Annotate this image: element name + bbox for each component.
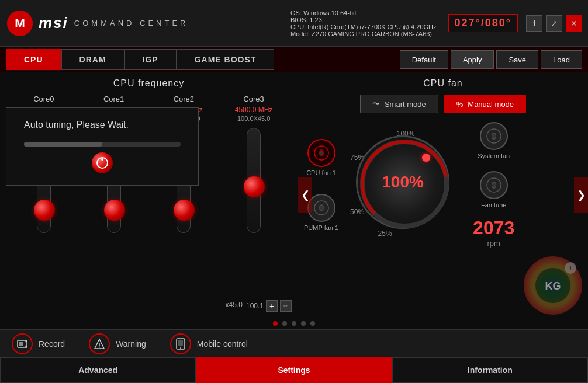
core3-thumb[interactable] — [244, 176, 265, 197]
record-label: Record — [39, 339, 65, 349]
footer-tabs: Advanced Settings Information — [0, 357, 588, 383]
info-button[interactable]: ℹ — [526, 15, 542, 32]
dial-position-dot — [422, 154, 430, 162]
cpu-freq-panel: CPU frequency Core0 4500.0 MHz 100.0X45.… — [0, 72, 298, 318]
fan-main-area: CPU fan 1 PUMP fan 1 100% — [304, 122, 582, 248]
core1-thumb[interactable] — [104, 200, 125, 221]
progress-fill — [24, 142, 102, 147]
core2-label: Core2 — [174, 95, 194, 103]
smart-mode-button[interactable]: 〜 Smart mode — [360, 95, 438, 113]
core2-thumb[interactable] — [174, 200, 195, 221]
dot-5[interactable] — [310, 321, 315, 326]
fan-right-area: System fan Fan tune 2073 rpm — [473, 122, 514, 248]
svg-point-5 — [320, 151, 323, 155]
core3-label: Core3 — [243, 95, 264, 103]
core3-ratio: 100.0X45.0 — [237, 115, 270, 122]
dot-1[interactable] — [273, 321, 278, 326]
core1-label: Core1 — [103, 95, 124, 103]
cpu-fan1-icon[interactable] — [307, 139, 335, 167]
sysinfo-bios: BIOS: 1.23 — [290, 16, 437, 23]
mobile-control-icon — [170, 333, 191, 354]
svg-point-13 — [492, 183, 496, 187]
cpu-fan1-label: CPU fan 1 — [306, 169, 336, 176]
close-button[interactable]: ✕ — [566, 15, 582, 32]
fan-arc-svg — [358, 137, 451, 231]
footer-tab-settings[interactable]: Settings — [196, 357, 392, 383]
nav-right-arrow[interactable]: ❯ — [574, 177, 588, 213]
freq-edit-icon[interactable]: ✏ — [280, 300, 292, 312]
record-item[interactable]: Record — [0, 330, 77, 357]
ratio-label: x45.0 — [226, 301, 243, 309]
page-dots — [0, 318, 588, 329]
core0-thumb[interactable] — [34, 200, 55, 221]
sysinfo-model: Model: Z270 GAMING PRO CARBON (MS-7A63) — [290, 30, 437, 37]
tab-game-boost[interactable]: GAME BOOST — [177, 49, 275, 70]
core3-freq: 4500.0 MHz — [235, 106, 273, 114]
brand-subtitle: COMMAND CENTER — [74, 19, 189, 27]
tab-dram[interactable]: DRAM — [61, 49, 124, 70]
rpm-display: 2073 — [473, 217, 514, 239]
svg-text:KG: KG — [545, 280, 561, 292]
nav-left-arrow[interactable]: ❮ — [298, 177, 312, 213]
msi-dragon-icon: M — [6, 9, 34, 37]
svg-point-9 — [358, 137, 451, 231]
fan-dial[interactable]: 100% — [356, 135, 449, 229]
expand-button[interactable]: ⤢ — [546, 15, 562, 32]
fan-mode-row: 〜 Smart mode % Manual mode — [304, 95, 582, 113]
svg-point-7 — [320, 206, 323, 210]
dot-2[interactable] — [282, 321, 287, 326]
temp-display: 027°/080° — [448, 14, 518, 32]
pump-fan1-label: PUMP fan 1 — [304, 224, 338, 231]
svg-text:M: M — [15, 16, 25, 29]
bottom-bar: Record Warning Mobile control — [0, 329, 588, 357]
svg-text:ℹ: ℹ — [569, 265, 572, 271]
header: M msi COMMAND CENTER OS: Windows 10 64-b… — [0, 0, 588, 47]
svg-point-25 — [99, 346, 100, 347]
freq-add-button[interactable]: + — [266, 300, 278, 312]
core3-column: Core3 4500.0 MHz 100.0X45.0 — [230, 95, 277, 233]
ratio-value: 100.1 — [246, 302, 264, 310]
watermark: KG ℹ — [518, 253, 588, 318]
save-button[interactable]: Save — [496, 50, 538, 69]
system-fan-label: System fan — [478, 152, 510, 159]
main-tab-bar: CPU DRAM IGP GAME BOOST Default Apply Sa… — [0, 47, 588, 72]
brand-text: msi — [39, 14, 68, 32]
sysinfo-os: OS: Windows 10 64-bit — [290, 9, 437, 16]
svg-point-3 — [101, 158, 103, 161]
fan-tune-icon[interactable] — [480, 171, 508, 199]
apply-button[interactable]: Apply — [451, 50, 494, 69]
auto-tune-overlay: Auto tuning, Please Wait. — [6, 107, 199, 186]
footer-tab-information[interactable]: Information — [392, 357, 588, 383]
warning-icon — [89, 333, 110, 354]
default-button[interactable]: Default — [400, 50, 448, 69]
tab-cpu[interactable]: CPU — [6, 49, 61, 70]
manual-mode-button[interactable]: % Manual mode — [444, 95, 526, 113]
svg-point-11 — [492, 134, 496, 138]
auto-tune-message: Auto tuning, Please Wait. — [24, 120, 181, 130]
record-icon — [12, 333, 33, 354]
fan-dial-container: 100% 75% 50% 25% 100% — [350, 130, 461, 241]
fan-tune-label: Fan tune — [481, 201, 506, 208]
mobile-control-item[interactable]: Mobile control — [158, 330, 260, 357]
svg-rect-20 — [19, 342, 23, 346]
tab-igp[interactable]: IGP — [124, 49, 177, 70]
system-fan-icon[interactable] — [480, 122, 508, 150]
dial-25-label: 25% — [378, 229, 392, 238]
manual-mode-icon: % — [456, 100, 464, 109]
warning-label: Warning — [116, 339, 146, 349]
cpu-fan-panel: ❮ CPU fan 〜 Smart mode % Manual mode — [298, 72, 588, 318]
dot-4[interactable] — [301, 321, 306, 326]
smart-mode-icon: 〜 — [372, 99, 380, 109]
cpu-freq-title: CPU frequency — [6, 78, 292, 89]
warning-item[interactable]: Warning — [77, 330, 158, 357]
system-fan-item: System fan — [478, 122, 510, 159]
main-content: CPU frequency Core0 4500.0 MHz 100.0X45.… — [0, 72, 588, 318]
spinner-icon — [92, 152, 113, 173]
svg-point-27 — [180, 347, 181, 349]
core3-slider[interactable] — [247, 128, 261, 233]
dot-3[interactable] — [292, 321, 296, 326]
load-button[interactable]: Load — [541, 50, 582, 69]
footer-tab-advanced[interactable]: Advanced — [0, 357, 196, 383]
progress-bar — [24, 142, 181, 147]
svg-rect-28 — [178, 340, 183, 346]
